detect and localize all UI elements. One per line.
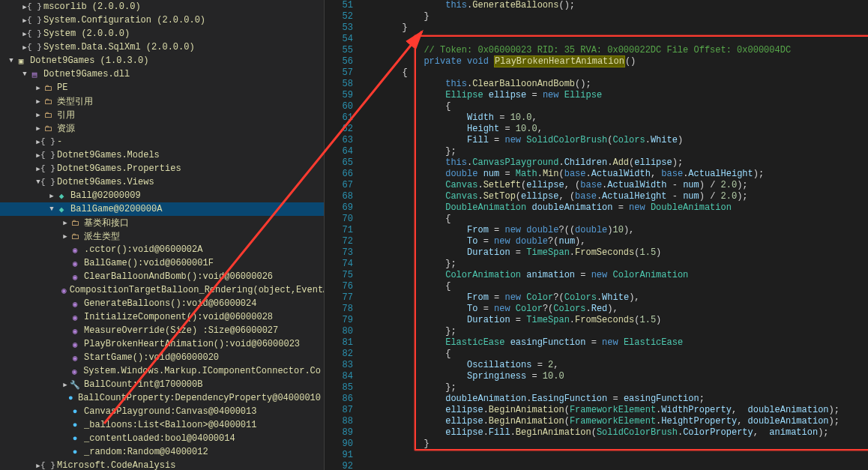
line-number: 56 bbox=[325, 56, 353, 67]
line-number: 66 bbox=[325, 169, 353, 180]
tree-item[interactable]: ◉.cctor() : void @0600002A bbox=[0, 243, 324, 256]
tree-item[interactable]: { }System (2.0.0.0) bbox=[0, 27, 324, 40]
tree-item[interactable]: ●CanvasPlayground : Canvas @04000013 bbox=[0, 405, 324, 418]
expand-arrow[interactable] bbox=[7, 57, 15, 64]
line-number: 91 bbox=[325, 450, 353, 461]
field-icon: ● bbox=[69, 406, 81, 417]
line-number: 54 bbox=[325, 34, 353, 45]
class-icon: ◆ bbox=[55, 204, 67, 214]
tree-item[interactable]: ◉ClearBalloonAndBomb() : void @06000026 bbox=[0, 270, 324, 283]
ns-icon: { } bbox=[42, 163, 54, 174]
line-number: 83 bbox=[325, 360, 353, 371]
line-number-gutter: 5152535455565758596061626364656667686970… bbox=[325, 0, 359, 470]
box-icon: ▣ bbox=[15, 55, 27, 66]
line-number: 58 bbox=[325, 79, 353, 90]
field-icon: ● bbox=[67, 393, 75, 403]
expand-arrow[interactable] bbox=[34, 97, 42, 106]
line-number: 59 bbox=[325, 90, 353, 101]
tree-item[interactable]: { }Dotnet9Games.Properties bbox=[0, 162, 324, 175]
dll-icon: ▤ bbox=[28, 69, 40, 79]
folder-icon: 🗀 bbox=[42, 82, 54, 93]
folder-icon: 🗀 bbox=[42, 123, 54, 133]
expand-arrow[interactable] bbox=[48, 192, 55, 200]
tree-item[interactable]: { }System.Data.SqlXml (2.0.0.0) bbox=[0, 40, 324, 54]
tree-item[interactable]: ▣Dotnet9Games (1.0.3.0) bbox=[0, 54, 324, 67]
line-number: 80 bbox=[325, 326, 353, 337]
line-number: 72 bbox=[325, 236, 353, 247]
expand-arrow[interactable] bbox=[48, 205, 55, 213]
tree-item[interactable]: ◉InitializeComponent() : void @06000028 bbox=[0, 310, 324, 324]
tree-item[interactable]: ▤Dotnet9Games.dll bbox=[0, 67, 324, 81]
tree-item[interactable]: 🗀派生类型 bbox=[0, 229, 324, 243]
folder-icon: 🗀 bbox=[69, 217, 81, 228]
tree-item[interactable]: 🗀类型引用 bbox=[0, 94, 324, 108]
line-number: 69 bbox=[325, 202, 353, 214]
tree-item[interactable]: { }Microsoft.CodeAnalysis bbox=[0, 459, 324, 470]
tree-item[interactable]: ◉CompositionTargetBalloon_Rendering(obje… bbox=[0, 283, 324, 297]
field-icon: ● bbox=[69, 433, 81, 444]
line-number: 67 bbox=[325, 180, 353, 191]
line-number: 81 bbox=[325, 337, 353, 349]
expand-arrow[interactable] bbox=[34, 84, 42, 92]
class-icon: ◆ bbox=[55, 190, 67, 201]
line-number: 89 bbox=[325, 427, 353, 439]
method-icon: ◉ bbox=[69, 325, 81, 336]
tree-item[interactable]: ◉System.Windows.Markup.IComponentConnect… bbox=[0, 364, 324, 378]
line-number: 63 bbox=[325, 135, 353, 146]
tree-item[interactable]: ●BallCountProperty : DependencyProperty … bbox=[0, 391, 324, 405]
tree-item[interactable]: ◆BallGame @0200000A bbox=[0, 202, 324, 216]
tree-item[interactable]: ●_balloons : List<Balloon> @04000011 bbox=[0, 418, 324, 432]
ns-icon: { } bbox=[42, 460, 54, 470]
tree-item[interactable]: 🗀PE bbox=[0, 81, 324, 94]
line-number: 65 bbox=[325, 157, 353, 169]
expand-arrow[interactable] bbox=[34, 124, 42, 133]
line-number: 86 bbox=[325, 394, 353, 405]
tree-item[interactable]: 🗀引用 bbox=[0, 108, 324, 121]
line-number: 57 bbox=[325, 67, 353, 79]
tree-item[interactable]: ◉StartGame() : void @06000020 bbox=[0, 351, 324, 364]
ns-icon: { } bbox=[28, 42, 40, 52]
method-icon: ◉ bbox=[69, 258, 81, 268]
expand-arrow[interactable] bbox=[61, 381, 69, 389]
method-icon: ◉ bbox=[69, 352, 81, 363]
expand-arrow[interactable] bbox=[34, 111, 42, 119]
expand-arrow[interactable] bbox=[21, 70, 28, 78]
tree-item[interactable]: ◆Ball @02000009 bbox=[0, 189, 324, 202]
method-icon: ◉ bbox=[69, 312, 81, 322]
line-number: 82 bbox=[325, 349, 353, 360]
tree-item[interactable]: 🔧BallCount : int @1700000B bbox=[0, 378, 324, 391]
line-number: 75 bbox=[325, 270, 353, 281]
expand-arrow[interactable] bbox=[61, 219, 69, 227]
assembly-tree[interactable]: { }mscorlib (2.0.0.0){ }System.Configura… bbox=[0, 0, 325, 470]
tree-item[interactable]: 🗀基类和接口 bbox=[0, 216, 324, 229]
method-icon: ◉ bbox=[69, 339, 81, 349]
tree-item[interactable]: { }System.Configuration (2.0.0.0) bbox=[0, 13, 324, 27]
tree-item[interactable]: ◉MeasureOverride(Size) : Size @06000027 bbox=[0, 324, 324, 337]
code-area[interactable]: this.GenerateBalloons(); } } // Token: 0… bbox=[359, 0, 868, 470]
tree-item[interactable]: ◉BallGame() : void @0600001F bbox=[0, 256, 324, 270]
tree-item[interactable]: { }- bbox=[0, 135, 324, 148]
expand-arrow[interactable] bbox=[61, 232, 69, 241]
method-icon: ◉ bbox=[69, 271, 81, 282]
tree-item[interactable]: { }Dotnet9Games.Models bbox=[0, 148, 324, 162]
tree-item[interactable]: { }Dotnet9Games.Views bbox=[0, 175, 324, 189]
code-editor[interactable]: 5152535455565758596061626364656667686970… bbox=[325, 0, 868, 470]
tree-item[interactable]: ◉GenerateBalloons() : void @06000024 bbox=[0, 297, 324, 310]
line-number: 52 bbox=[325, 11, 353, 22]
tree-item[interactable]: ●_random : Random @04000012 bbox=[0, 445, 324, 459]
tree-item[interactable]: ◉PlayBrokenHeartAnimation() : void @0600… bbox=[0, 337, 324, 351]
tree-item[interactable]: ●_contentLoaded : bool @04000014 bbox=[0, 432, 324, 445]
method-icon: ◉ bbox=[69, 298, 81, 309]
line-number: 53 bbox=[325, 22, 353, 34]
line-number: 76 bbox=[325, 281, 353, 292]
tree-item[interactable]: 🗀资源 bbox=[0, 121, 324, 135]
line-number: 84 bbox=[325, 371, 353, 382]
line-number: 73 bbox=[325, 247, 353, 259]
folder-icon: 🗀 bbox=[42, 109, 54, 120]
line-number: 70 bbox=[325, 214, 353, 225]
ns-icon: { } bbox=[28, 28, 40, 39]
line-number: 55 bbox=[325, 45, 353, 56]
line-number: 62 bbox=[325, 124, 353, 135]
tree-item[interactable]: { }mscorlib (2.0.0.0) bbox=[0, 0, 324, 13]
code-text[interactable]: this.GenerateBalloons(); } } // Token: 0… bbox=[359, 0, 868, 450]
